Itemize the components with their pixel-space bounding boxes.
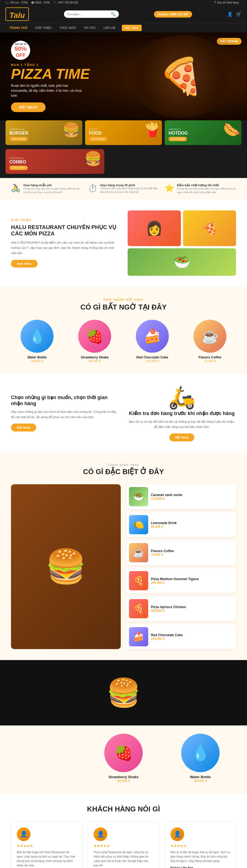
testimonials-grid: 👤 ★★★★★ Món ăn thật tuyệt vời! Pizza Res…: [11, 822, 236, 868]
promo-card-hotdog[interactable]: 🌭 America Hotdog XEM THÊM: [165, 120, 242, 145]
special-info-3: Flavors Coffee 75,000 đ: [151, 549, 174, 556]
promo-card-food[interactable]: 🍟 Good Food XEM THÊM: [85, 120, 162, 145]
special-name-4: Pizza Medium Gourmet Tigena: [151, 577, 199, 581]
main-nav: TRANG CHỦ GIỚI THIỆU THỰC ĐƠN TIN TỨC LI…: [0, 23, 247, 32]
badge-get-text: Get Up To: [15, 42, 26, 45]
nav-order[interactable]: ĐẶT BÀN: [122, 25, 142, 31]
special-items: 🥗 Caramel xanh verde 110,000 đ 🍋 Lemonad…: [126, 484, 236, 649]
about-images: 👩 🍕 🥗: [128, 210, 236, 276]
testimonial-3: 👤 ★★★★★ Món ăn ở đây rất tuyệt, thật sự …: [165, 822, 236, 868]
feature-fast-title: Giao hàng trong 30 phút: [100, 184, 159, 187]
bs-empty: [11, 734, 82, 783]
coffee-circle: ☕: [193, 320, 226, 353]
special-item-2[interactable]: 🍋 Lemonade Drink 65,000 đ: [126, 512, 236, 537]
nav-menu[interactable]: THỰC ĐƠN: [56, 23, 80, 32]
nav-about[interactable]: GIỚI THIỆU: [31, 23, 56, 32]
daily-grid: 💧 Water Bottle 99,000 đ 🍓 Strawberry Sha…: [11, 320, 236, 363]
daily-item-coffee[interactable]: ☕ Flavors Coffee 75,000 đ: [184, 320, 236, 363]
daily-item-water[interactable]: 💧 Water Bottle 99,000 đ: [11, 320, 63, 363]
feature-delivery-title: Giao hàng miễn phí: [23, 184, 82, 187]
avatar-2: 👤: [94, 827, 107, 841]
logo[interactable]: ··· Talu: [5, 7, 29, 21]
special-info-1: Caramel xanh verde 110,000 đ: [151, 493, 182, 500]
dark-banner-image: 🍔: [11, 677, 236, 709]
avatar-1: 👤: [17, 827, 31, 841]
special-section: Thành phẩm Hàng CÓ GÌ ĐẶC BIỆT Ở ĐÂY 🍔 🥗…: [0, 453, 247, 660]
special-img-6: 🍰: [129, 627, 148, 646]
nav-news[interactable]: TIN TỨC: [80, 23, 100, 32]
about-section: GIỚI THIỆU HALU RESTAURANT CHUYÊN PHỤC V…: [0, 199, 247, 287]
feature-free-delivery: 🚴 Giao hàng miễn phí Chúng tôi cung cấp …: [11, 184, 82, 194]
coffee-name: Flavors Coffee: [184, 355, 236, 359]
cart-icon[interactable]: 🛒: [236, 11, 242, 17]
food-btn[interactable]: XEM THÊM: [89, 137, 107, 141]
daily-item-cake[interactable]: 🍰 Red Chocolate Cake 120,000 đ: [126, 320, 178, 363]
promo-card-burger[interactable]: 🍔 American Burger XEM THÊM: [5, 120, 82, 145]
promo-card-combo[interactable]: 🍔 Tasteful Combo XEM THÊM: [5, 149, 104, 174]
about-label: GIỚI THIỆU: [11, 219, 119, 222]
nav-contact[interactable]: LIÊN HỆ: [100, 23, 119, 32]
hero-badge: Get Up To 50% OFF: [11, 41, 30, 60]
delivery-right: 🛵 Kiểm tra đơn hàng trước khi nhận được …: [128, 384, 236, 441]
phone-1: 📞 +84 xxx - 0700: [5, 1, 28, 4]
delivery-right-btn[interactable]: Đặt hàng: [169, 433, 195, 441]
search-bar: 🔍: [64, 10, 119, 18]
bs-shake-price: 89,000 đ: [88, 779, 159, 783]
combo-label: Tasteful: [9, 157, 100, 160]
special-name-1: Caramel xanh verde: [151, 493, 182, 497]
bs-shake-circle: 🍓: [104, 734, 143, 772]
feature-quality-title: Đảm bảo chất lượng tốt nhất: [177, 184, 236, 187]
special-item-1[interactable]: 🥗 Caramel xanh verde 110,000 đ: [126, 484, 236, 509]
special-item-3[interactable]: ☕ Flavors Coffee 75,000 đ: [126, 540, 236, 565]
about-text-block: GIỚI THIỆU HALU RESTAURANT CHUYÊN PHỤC V…: [11, 219, 119, 268]
delivery-left-btn[interactable]: Đặt hàng: [11, 424, 36, 432]
combo-btn[interactable]: XEM THÊM: [9, 166, 28, 170]
hotdog-label: America: [169, 128, 238, 131]
hotline-button[interactable]: Hotline: 0999 123 456: [154, 11, 192, 18]
special-name-5: Pizza Aprisco Chicken: [151, 605, 186, 609]
tcard-text-3: Món ăn ở đây rất tuyệt, thật sự rất ngon…: [170, 850, 230, 863]
phone-3: 📱 +447 709 09 020: [53, 1, 78, 4]
about-more-button[interactable]: Xem thêm: [11, 260, 38, 268]
special-info-2: Lemonade Drink 65,000 đ: [151, 521, 177, 528]
delivery-right-text: Bạn sẽ có cơ hội để kiểm tra tất cả nhữn…: [128, 419, 236, 429]
stars-3: ★★★★★: [170, 844, 230, 848]
cake-circle: 🍰: [136, 320, 169, 353]
delivery-icon: 🚴: [11, 184, 21, 192]
tcard-text-1: Món ăn thật tuyệt vời! Pizza Restaurant …: [17, 850, 77, 868]
features-bar: 🚴 Giao hàng miễn phí Chúng tôi cung cấp …: [0, 178, 247, 199]
top-bar-left: 📞 +84 xxx - 0700 ☎ 0933 - 4700 📱 +447 70…: [5, 1, 81, 4]
coffee-price: 75,000 đ: [184, 359, 236, 363]
delivery-left-title: Chọn những gì bạn muốn, chọn thời gian n…: [11, 395, 119, 406]
food-label: Good: [89, 128, 158, 131]
hero-banner: 🍕 Get Up To 50% OFF MUA 1 TẶNG 1 PIZZA T…: [0, 32, 247, 120]
burger-btn[interactable]: XEM THÊM: [9, 137, 28, 141]
nav-home[interactable]: TRANG CHỦ: [5, 23, 31, 32]
stars-2: ★★★★★: [94, 844, 153, 848]
delivery-left: Chọn những gì bạn muốn, chọn thời gian n…: [11, 395, 119, 431]
search-icon[interactable]: 🔍: [111, 11, 116, 17]
about-image-1: 👩: [128, 210, 181, 246]
bs-item-shake[interactable]: 🍓 Strawberry Shake 89,000 đ: [88, 734, 159, 783]
special-item-6[interactable]: 🍰 Red Chocolate Cake 120,000 đ: [126, 624, 236, 649]
hotdog-btn[interactable]: XEM THÊM: [169, 137, 187, 141]
water-name: Water Bottle: [11, 355, 63, 359]
bs-item-water[interactable]: 💧 Water Bottle 99,000 đ: [165, 734, 236, 783]
special-grid: 🍔 🥗 Caramel xanh verde 110,000 đ 🍋 Lemon…: [11, 484, 236, 649]
phone-2: ☎ 0933 - 4700: [31, 1, 50, 4]
logo-text: Talu: [9, 11, 25, 20]
search-input[interactable]: [67, 12, 111, 16]
bs-shake-name: Strawberry Shake: [88, 775, 159, 779]
special-item-4[interactable]: 🍕 Pizza Medium Gourmet Tigena 250,000 đ: [126, 568, 236, 593]
hero-subtitle: Được làm từ nguồn chất, tươi, phô mai mo…: [11, 83, 82, 98]
promo-cards-row1: 🍔 American Burger XEM THÊM 🍟 Good Food X…: [0, 120, 247, 149]
daily-item-shake[interactable]: 🍓 Strawberry Shake 89,000 đ: [69, 320, 121, 363]
special-img-4: 🍕: [129, 571, 148, 590]
about-image-3: 🥗: [128, 248, 236, 276]
special-item-5[interactable]: 🍕 Pizza Aprisco Chicken 220,000 đ: [126, 596, 236, 621]
hero-cta-button[interactable]: ĐẶT NGAY: [11, 102, 45, 112]
address: 📍 Địa chỉ Nhà hàng: [213, 1, 239, 4]
about-image-2: 🍕: [183, 210, 236, 246]
clock-icon: ⏱️: [88, 184, 98, 192]
user-icon[interactable]: 👤: [227, 11, 233, 17]
